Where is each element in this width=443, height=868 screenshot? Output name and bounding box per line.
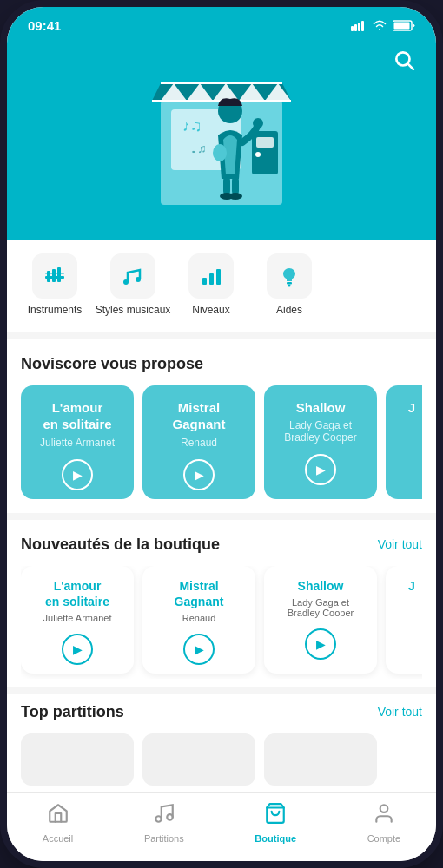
svg-rect-5 <box>394 22 410 29</box>
svg-point-38 <box>288 285 291 287</box>
instruments-icon <box>32 253 77 299</box>
new-card-1: L'amouren solitaire Juliette Armanet ▶ <box>21 566 134 674</box>
new-card-3-title: Shallow <box>298 578 344 594</box>
top-partitions-see-all[interactable]: Voir tout <box>378 705 422 719</box>
status-bar: 09:41 <box>7 7 436 40</box>
svg-rect-1 <box>354 24 357 31</box>
person-icon <box>373 802 395 830</box>
svg-rect-0 <box>351 26 354 31</box>
nouveautes-section: Nouveautés de la boutique Voir tout L'am… <box>7 520 436 687</box>
svg-point-33 <box>136 277 141 282</box>
top-partitions-section: Top partitions Voir tout <box>7 694 436 803</box>
new-card-4-title: J <box>408 578 415 594</box>
featured-card-3-subtitle: Lady Gaga etBradley Cooper <box>284 419 356 444</box>
nouveautes-title: Nouveautés de la boutique <box>21 536 220 554</box>
svg-rect-37 <box>287 282 292 285</box>
top-card-3 <box>264 733 377 786</box>
status-time: 09:41 <box>28 18 61 33</box>
category-niveaux[interactable]: Niveaux <box>172 253 250 318</box>
wifi-icon <box>372 19 387 31</box>
nouveautes-see-all[interactable]: Voir tout <box>378 537 422 551</box>
nav-boutique-label: Boutique <box>255 833 296 844</box>
styles-icon <box>110 253 155 299</box>
niveaux-label: Niveaux <box>192 304 229 318</box>
play-button-1[interactable]: ▶ <box>62 459 93 490</box>
hero-section: ♪♫ ♩♬ <box>7 40 436 240</box>
category-styles[interactable]: Styles musicaux <box>94 253 172 318</box>
featured-card-4-title: J <box>408 399 415 417</box>
nav-accueil[interactable]: Accueil <box>43 802 73 844</box>
svg-point-40 <box>167 814 173 820</box>
music-icon <box>153 802 175 830</box>
play-button-3[interactable]: ▶ <box>305 454 336 485</box>
nav-partitions[interactable]: Partitions <box>144 802 184 844</box>
search-button[interactable] <box>393 49 415 76</box>
nav-partitions-label: Partitions <box>144 833 184 844</box>
featured-card-3-title: Shallow <box>296 399 346 417</box>
categories-row: Instruments Styles musicaux <box>7 240 436 332</box>
top-partitions-header: Top partitions Voir tout <box>21 703 422 721</box>
noviscore-section: Noviscore vous propose L'amouren solitai… <box>7 339 436 513</box>
svg-text:♩♬: ♩♬ <box>191 141 207 155</box>
nouveautes-cards-row: L'amouren solitaire Juliette Armanet ▶ M… <box>21 566 422 679</box>
new-card-3: Shallow Lady Gaga etBradley Cooper ▶ <box>264 566 377 674</box>
svg-point-39 <box>155 816 162 822</box>
svg-rect-19 <box>256 137 274 148</box>
shop-icon <box>264 802 287 830</box>
top-card-1 <box>21 733 134 786</box>
svg-point-42 <box>380 805 388 812</box>
bottom-nav: Accueil Partitions <box>7 792 436 861</box>
nav-compte[interactable]: Compte <box>367 802 401 844</box>
svg-rect-3 <box>361 21 364 31</box>
new-play-button-3[interactable]: ▶ <box>305 628 336 660</box>
noviscore-cards-row: L'amouren solitaire Juliette Armanet ▶ M… <box>21 385 422 504</box>
top-partitions-title: Top partitions <box>21 703 124 721</box>
noviscore-header: Noviscore vous propose <box>21 355 422 373</box>
svg-point-26 <box>228 193 242 200</box>
svg-rect-35 <box>209 273 214 285</box>
aides-label: Aides <box>276 304 302 318</box>
new-card-1-title: L'amouren solitaire <box>45 578 109 609</box>
signal-icon <box>351 20 367 31</box>
svg-rect-36 <box>216 269 221 285</box>
featured-card-1-subtitle: Juliette Armanet <box>40 437 115 449</box>
featured-card-2-subtitle: Renaud <box>181 437 217 449</box>
svg-rect-24 <box>232 177 239 194</box>
svg-rect-23 <box>223 177 230 194</box>
niveaux-icon <box>188 253 234 299</box>
svg-rect-29 <box>47 271 50 282</box>
featured-card-2-title: MistralGagnant <box>173 399 226 433</box>
styles-label: Styles musicaux <box>96 304 171 318</box>
nav-compte-label: Compte <box>367 833 401 844</box>
new-card-1-subtitle: Juliette Armanet <box>43 613 112 623</box>
featured-card-1: L'amouren solitaire Juliette Armanet ▶ <box>21 385 134 499</box>
new-card-3-subtitle: Lady Gaga etBradley Cooper <box>288 597 354 618</box>
new-card-2-title: MistralGagnant <box>175 578 224 609</box>
svg-rect-30 <box>52 269 56 282</box>
svg-point-18 <box>255 152 261 157</box>
featured-card-1-title: L'amouren solitaire <box>43 399 111 433</box>
category-aides[interactable]: Aides <box>250 253 328 318</box>
new-play-button-1[interactable]: ▶ <box>62 634 93 665</box>
new-card-2: MistralGagnant Renaud ▶ <box>142 566 255 674</box>
category-instruments[interactable]: Instruments <box>16 253 94 318</box>
new-card-4: J <box>386 566 422 674</box>
featured-card-2: MistralGagnant Renaud ▶ <box>142 385 255 499</box>
nouveautes-header: Nouveautés de la boutique Voir tout <box>21 536 422 554</box>
hero-illustration: ♪♫ ♩♬ <box>126 49 317 214</box>
aides-icon <box>267 253 312 299</box>
play-button-2[interactable]: ▶ <box>183 459 215 490</box>
home-icon <box>47 802 69 830</box>
instruments-label: Instruments <box>28 304 83 318</box>
svg-point-32 <box>123 279 129 285</box>
featured-card-3: Shallow Lady Gaga etBradley Cooper ▶ <box>264 385 377 499</box>
new-card-2-subtitle: Renaud <box>182 613 216 623</box>
svg-point-22 <box>213 144 227 161</box>
new-play-button-2[interactable]: ▶ <box>183 634 215 665</box>
svg-rect-31 <box>57 267 61 282</box>
nav-boutique[interactable]: Boutique <box>255 802 296 844</box>
battery-icon <box>393 20 415 31</box>
nav-accueil-label: Accueil <box>43 833 73 844</box>
top-cards-row <box>21 733 422 794</box>
svg-text:♪♫: ♪♫ <box>182 117 202 135</box>
